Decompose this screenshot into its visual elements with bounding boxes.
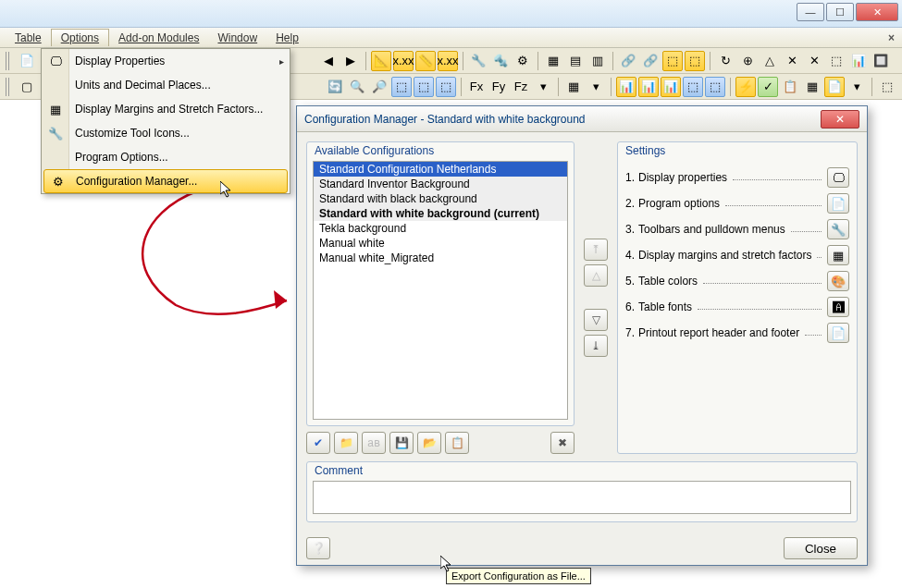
settings-edit-button[interactable]: 🔧 [827,219,849,239]
available-configs-list[interactable]: Standard Configuration NetherlandsStanda… [313,161,568,420]
list-item[interactable]: Manual white [314,236,567,251]
settings-num: 5. [625,275,635,288]
toolbar-button[interactable]: 🔄 [325,77,345,97]
delete-button[interactable]: ✖ [550,432,575,454]
toolbar-button[interactable]: ✕ [804,51,824,71]
toolbar-button[interactable]: x.xx [438,51,458,71]
minimize-button[interactable]: — [797,3,824,21]
toolbar-button[interactable]: 📄 [17,51,37,71]
toolbar-button[interactable]: 🔲 [871,51,891,71]
list-item[interactable]: Standard with black background [314,191,567,206]
toolbar-grip[interactable] [6,78,11,96]
reorder-buttons: ⤒ △ ▽ ⤓ [584,141,608,454]
toolbar-button[interactable]: Fx [466,77,487,97]
toolbar-button[interactable]: 🔗 [618,51,638,71]
toolbar-button[interactable]: ⬚ [662,51,683,71]
menu-display-properties[interactable]: 🖵 Display Properties ▸ [42,49,290,73]
settings-edit-button[interactable]: 🖵 [827,167,849,188]
toolbar-button[interactable]: ⚙ [513,51,533,71]
copy-button[interactable]: 📋 [445,432,469,454]
toolbar-button[interactable]: 📊 [616,77,636,97]
menu-units[interactable]: Units and Decimal Places... [42,73,290,97]
toolbar-button[interactable]: ▤ [565,51,586,71]
toolbar-button[interactable]: ⚡ [735,77,756,97]
move-bottom-button[interactable]: ⤓ [584,335,608,357]
export-button[interactable]: 💾 [389,432,414,454]
toolbar-button[interactable]: 📊 [848,51,869,71]
toolbar-button[interactable]: ⬚ [683,77,703,97]
apply-button[interactable]: ✔ [306,432,330,454]
toolbar-button[interactable]: Fy [488,77,509,97]
toolbar-button[interactable]: ▦ [802,77,822,97]
move-down-button[interactable]: ▽ [584,309,608,331]
toolbar-button[interactable]: ✓ [758,77,778,97]
toolbar-button[interactable]: 📋 [780,77,800,97]
settings-num: 4. [625,249,635,262]
menu-config-manager[interactable]: ⚙ Configuration Manager... [43,169,288,193]
toolbar-grip[interactable] [6,52,11,70]
toolbar-button[interactable]: ▢ [17,77,37,97]
toolbar-button[interactable]: 🔩 [490,51,511,71]
toolbar-button[interactable]: ⬚ [877,77,897,97]
comment-field[interactable] [313,481,851,514]
toolbar-button[interactable]: Fz [511,77,531,97]
mdi-close-icon[interactable]: × [888,31,895,44]
toolbar-button[interactable]: ⊕ [737,51,758,71]
toolbar-button[interactable]: ▶ [340,51,361,71]
toolbar-button[interactable]: ⬚ [414,77,434,97]
toolbar-button[interactable]: x.xx [393,51,414,71]
move-top-button[interactable]: ⤒ [584,239,608,261]
list-item[interactable]: Tekla background [314,221,567,236]
toolbar-button[interactable]: ⬚ [391,77,412,97]
toolbar-button[interactable]: 📊 [638,77,659,97]
settings-edit-button[interactable]: 🎨 [827,271,849,291]
toolbar-button[interactable]: 📄 [824,77,845,97]
dialog-close-button[interactable]: ✕ [821,110,859,129]
list-item[interactable]: Standard Configuration Netherlands [314,162,567,177]
toolbar-button[interactable]: 📊 [661,77,681,97]
list-item[interactable]: Manual white_Migrated [314,251,567,265]
rename-button[interactable]: aʙ [362,432,386,454]
toolbar-button[interactable]: 📐 [371,51,391,71]
toolbar-button[interactable]: ⬚ [705,77,725,97]
menu-margins[interactable]: ▦ Display Margins and Stretch Factors... [42,97,290,121]
toolbar-button[interactable]: ↻ [715,51,735,71]
toolbar-button[interactable]: ▾ [586,77,606,97]
settings-edit-button[interactable]: 🅰 [827,297,849,317]
toolbar-button[interactable]: ▾ [846,77,867,97]
menu-window[interactable]: Window [208,30,266,46]
toolbar-button[interactable]: 🔧 [468,51,488,71]
toolbar-button[interactable]: ⬚ [685,51,705,71]
import-button[interactable]: 📂 [417,432,441,454]
toolbar-button[interactable]: ▦ [563,77,584,97]
menu-program-options[interactable]: Program Options... [42,145,290,169]
toolbar-button[interactable]: 🔍 [347,77,367,97]
menu-options[interactable]: Options [51,29,109,46]
close-button[interactable]: Close [784,537,858,559]
toolbar-button[interactable]: ✕ [782,51,802,71]
menu-customize-icons[interactable]: 🔧 Customize Tool Icons... [42,121,290,145]
list-item[interactable]: Standard Inventor Background [314,177,567,191]
toolbar-button[interactable]: ◀ [318,51,339,71]
toolbar-button[interactable]: ⬚ [826,51,846,71]
menu-table[interactable]: Table [6,30,51,46]
move-up-button[interactable]: △ [584,264,608,287]
maximize-button[interactable]: ☐ [826,3,854,21]
toolbar-button[interactable]: △ [760,51,780,71]
toolbar-button[interactable]: ▥ [587,51,608,71]
settings-edit-button[interactable]: 📄 [827,193,849,214]
list-item[interactable]: Standard with white background (current) [314,206,567,221]
help-button[interactable]: ❔ [306,537,330,559]
new-folder-button[interactable]: 📁 [334,432,358,454]
menu-addon[interactable]: Add-on Modules [109,30,208,46]
settings-edit-button[interactable]: ▦ [827,245,849,265]
toolbar-button[interactable]: ⬚ [436,77,456,97]
toolbar-button[interactable]: 🔗 [640,51,661,71]
settings-edit-button[interactable]: 📄 [827,323,849,343]
toolbar-button[interactable]: 🔎 [369,77,389,97]
toolbar-button[interactable]: ▾ [533,77,553,97]
window-close-button[interactable]: ✕ [856,3,898,21]
toolbar-button[interactable]: 📏 [415,51,436,71]
toolbar-button[interactable]: ▦ [543,51,563,71]
menu-help[interactable]: Help [266,30,308,46]
